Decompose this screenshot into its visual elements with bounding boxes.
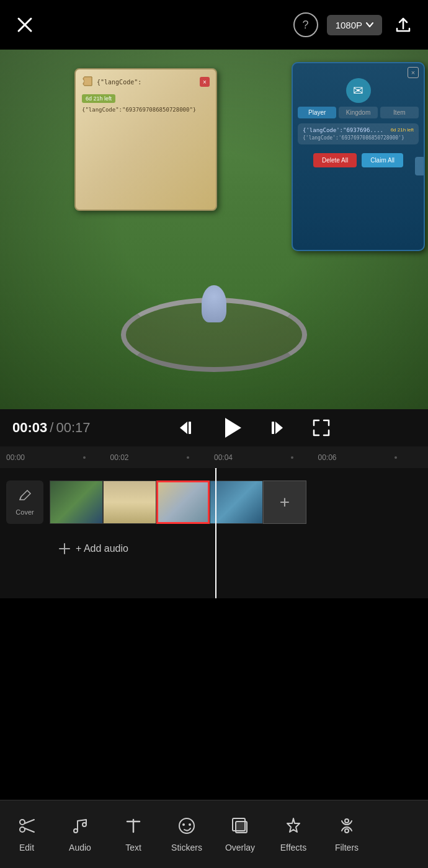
header-right: ? 1080P: [293, 12, 416, 37]
ruler-label-2: 00:04: [214, 453, 233, 462]
header: ? 1080P: [0, 0, 428, 50]
play-button[interactable]: [216, 412, 247, 443]
claim-all-button[interactable]: Claim All: [362, 153, 403, 167]
add-audio-button[interactable]: + Add audio: [50, 536, 428, 561]
controls-bar: 00:03 / 00:17: [0, 409, 428, 446]
playhead: [215, 468, 216, 598]
blue-dialog-close-button[interactable]: ×: [408, 67, 419, 78]
svg-point-22: [345, 819, 349, 823]
toolbar-item-text[interactable]: Text: [107, 800, 160, 868]
time-display: 00:03 / 00:17: [12, 420, 90, 436]
rewind-button[interactable]: [172, 415, 197, 440]
help-button[interactable]: ?: [293, 12, 318, 37]
tab-item[interactable]: Item: [380, 107, 419, 118]
export-button[interactable]: [391, 12, 416, 37]
toolbar-item-stickers[interactable]: Stickers: [160, 800, 213, 868]
edit-label: Edit: [19, 843, 34, 852]
close-icon: [16, 16, 33, 33]
audio-label: Audio: [69, 843, 91, 852]
parchment-dialog: {"langCode": × 6d 21h left {"langCode":"…: [74, 68, 217, 211]
scissors-svg: [17, 816, 37, 836]
clip-2[interactable]: [103, 480, 156, 524]
fullscreen-button[interactable]: [309, 415, 334, 440]
toolbar-item-overlay[interactable]: Overlay: [213, 800, 267, 868]
text-svg: [123, 816, 143, 836]
add-clip-button[interactable]: +: [263, 480, 306, 524]
timeline-area: Cover + + Add audio: [0, 468, 428, 598]
envelope-icon: ✉: [346, 78, 371, 103]
ruler-mark-0: 00:00: [6, 453, 58, 462]
ruler-label-1: 00:02: [110, 453, 129, 462]
svg-rect-5: [272, 422, 274, 434]
svg-point-9: [20, 827, 25, 832]
svg-marker-21: [287, 818, 300, 832]
ruler-label-3: 00:06: [318, 453, 337, 462]
delete-all-button[interactable]: Delete All: [313, 153, 357, 167]
ruler-mark-1: 00:02: [110, 453, 163, 462]
parchment-title: {"langCode":: [97, 79, 141, 86]
toolbar-item-edit[interactable]: Edit: [0, 800, 53, 868]
video-content: {"langCode": × 6d 21h left {"langCode":"…: [0, 50, 428, 409]
close-button[interactable]: [12, 12, 37, 37]
music-svg: [70, 816, 90, 836]
effects-svg: [283, 816, 303, 836]
time-separator: /: [50, 420, 53, 436]
stickers-label: Stickers: [171, 843, 202, 852]
svg-line-10: [25, 820, 34, 823]
ruler-label-0: 00:00: [6, 453, 25, 462]
svg-line-11: [25, 828, 34, 832]
svg-point-23: [345, 829, 349, 833]
toolbar-item-audio[interactable]: Audio: [53, 800, 107, 868]
ruler-mark-dot-2: [266, 456, 318, 459]
ruler-dot-0: [83, 456, 86, 459]
pencil-icon: [18, 489, 32, 503]
export-icon: [393, 15, 413, 35]
ruler-dot-1: [187, 456, 189, 459]
timeline-ruler: 00:00 00:02 00:04 00:06: [0, 446, 428, 468]
game-character: [202, 285, 226, 322]
toolbar-item-filters[interactable]: Filters: [320, 800, 373, 868]
tab-player[interactable]: Player: [298, 107, 336, 118]
svg-point-18: [189, 823, 191, 826]
forward-button[interactable]: [265, 415, 290, 440]
overlay-label: Overlay: [225, 843, 255, 852]
item-sub: {'langCode':'6937697086850728000'}: [303, 135, 414, 141]
total-time: 00:17: [56, 420, 90, 436]
music-icon: [70, 816, 90, 839]
video-preview: {"langCode": × 6d 21h left {"langCode":"…: [0, 50, 428, 409]
blue-dialog: × ✉ Player Kingdom Item {'langCode':"693…: [292, 62, 425, 251]
playback-controls: [90, 412, 416, 443]
svg-rect-3: [189, 422, 191, 434]
overlay-svg: [230, 816, 250, 836]
resolution-label: 1080P: [336, 20, 362, 30]
text-icon: [123, 816, 143, 839]
toolbar-item-effects[interactable]: Effects: [267, 800, 320, 868]
clip-1[interactable]: [50, 480, 103, 524]
svg-rect-20: [236, 822, 247, 833]
edit-icon: [18, 489, 32, 506]
blue-dialog-footer: Delete All Claim All: [293, 148, 424, 172]
chevron-down-icon: [366, 22, 373, 27]
rewind-icon: [174, 417, 196, 439]
plus-icon: [58, 542, 71, 555]
cover-clip[interactable]: Cover: [6, 480, 43, 524]
clip-3-selected[interactable]: [156, 480, 210, 524]
filters-svg: [337, 816, 357, 836]
parchment-icon: [82, 76, 94, 88]
blue-dialog-header: ×: [293, 63, 424, 78]
dialog-tabs: Player Kingdom Item: [293, 107, 424, 118]
ruler-mark-3: 00:06: [318, 453, 370, 462]
item-title: {'langCode':"6937696....: [303, 127, 383, 133]
parchment-close-button[interactable]: ×: [200, 77, 210, 87]
svg-point-12: [74, 829, 78, 833]
text-label: Text: [125, 843, 141, 852]
clip-4[interactable]: [210, 480, 263, 524]
play-icon: [218, 414, 245, 441]
current-time: 00:03: [12, 420, 47, 436]
svg-point-17: [182, 823, 185, 826]
playhead-triangle: [211, 468, 221, 469]
resolution-button[interactable]: 1080P: [327, 15, 382, 35]
svg-point-8: [20, 820, 25, 825]
tab-kingdom[interactable]: Kingdom: [339, 107, 377, 118]
add-audio-label: + Add audio: [76, 543, 128, 554]
